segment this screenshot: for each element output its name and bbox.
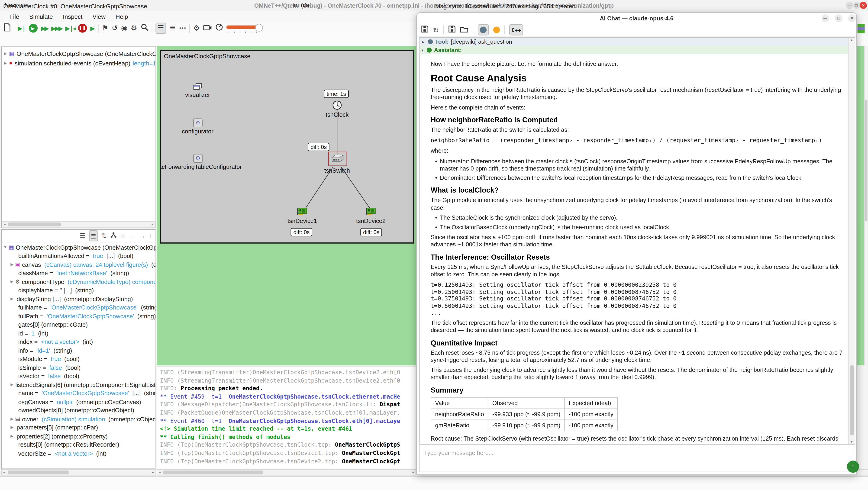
tree-view-icon[interactable]: [110, 231, 117, 241]
expand-right-icon[interactable]: ▶: [10, 262, 13, 267]
expand-right-icon[interactable]: ▶: [10, 382, 14, 387]
run-button-icon[interactable]: ▶: [29, 24, 37, 33]
reload-icon[interactable]: ↺: [112, 23, 118, 33]
tsn-device2-icon[interactable]: [366, 207, 377, 218]
debug-next-event-icon[interactable]: ▶⁚: [90, 25, 95, 32]
inspector-row[interactable]: isModule = true (bool): [2, 355, 155, 363]
scroll-left-icon[interactable]: ◂: [2, 222, 7, 227]
mac-forwarding-table-configurator-icon[interactable]: ⚙: [193, 154, 203, 163]
scroll-thumb[interactable]: [163, 470, 263, 474]
tree-row[interactable]: ▶▦OneMasterClockGptpShowcase (OneMasterC…: [2, 49, 155, 58]
tsn-clock-icon[interactable]: [332, 100, 342, 112]
inspector-row[interactable]: ▶listenedSignals[6] (omnetpp::cComponent…: [2, 380, 155, 389]
menu-item-inspect[interactable]: Inspect: [58, 13, 88, 20]
expand-right-icon[interactable]: ▶: [10, 417, 13, 421]
preferences-gear-icon[interactable]: ⚙: [193, 23, 200, 33]
configurator-module-icon[interactable]: ⚙: [193, 119, 203, 127]
inspector-row[interactable]: isVector = false (bool): [2, 372, 155, 380]
inspector-row[interactable]: builtinAnimationsAllowed = true [...] (b…: [2, 251, 155, 260]
inspector-row[interactable]: className = 'inet::NetworkBase' (string): [2, 269, 155, 277]
menu-item-simulate[interactable]: Simulate: [24, 13, 58, 20]
tool-message-row[interactable]: ▶ Tool: [deepwiki] ask_question: [420, 38, 848, 46]
canvas-vscroll-thumb[interactable]: [865, 99, 868, 221]
inspector-row[interactable]: ▶▣canvas (cCanvas) canvas: 24 toplevel f…: [2, 260, 155, 269]
step-button-icon[interactable]: ▶❘: [18, 25, 25, 32]
scroll-right-icon[interactable]: ▸: [151, 470, 155, 475]
menu-item-file[interactable]: File: [4, 13, 24, 20]
assistant-message-row[interactable]: ▼ Assistant:: [420, 46, 848, 54]
expand-right-icon[interactable]: ▶: [10, 279, 13, 284]
video-capture-icon[interactable]: [203, 23, 212, 33]
scroll-left-icon[interactable]: ◂: [2, 470, 6, 475]
inspector-row[interactable]: gates[0] (omnetpp::cGate): [2, 320, 155, 329]
taskbar-app-icon[interactable]: [858, 24, 865, 33]
new-document-icon[interactable]: [3, 23, 10, 33]
object-log-icon[interactable]: ≣: [169, 23, 176, 33]
open-folder-icon[interactable]: [460, 25, 468, 35]
expand-icon[interactable]: ▶: [4, 61, 7, 65]
tsn-device1-icon[interactable]: [297, 207, 308, 218]
expand-icon[interactable]: ▶: [4, 51, 7, 56]
inspector-row[interactable]: results[0] (omnetpp::cResultRecorder): [2, 440, 155, 449]
inspector-row[interactable]: ownedObjects[8] (omnetpp::cOwnedObject): [2, 406, 155, 415]
inspector-row[interactable]: index = <not a vector> (int): [2, 337, 155, 346]
menu-item-view[interactable]: View: [88, 13, 111, 20]
chat-maximize-button[interactable]: □: [835, 14, 842, 22]
inspector-row[interactable]: ▶displayString [...] (omnetpp::cDisplayS…: [2, 295, 155, 303]
inspector-row[interactable]: fullName = 'OneMasterClockGptpShowcase' …: [2, 303, 155, 312]
chat-vscrollbar[interactable]: ▲ ▼: [848, 38, 855, 444]
inspector-row[interactable]: vectorSize = <not a vector> (int): [2, 449, 155, 458]
chat-minimize-button[interactable]: —: [822, 14, 829, 22]
inspector-row[interactable]: isSimple = false (bool): [2, 363, 155, 372]
record-icon[interactable]: ◉: [121, 23, 127, 33]
inspector-row[interactable]: ▶▤owner (cSimulation) simulation (omnetp…: [2, 415, 155, 423]
menu-item-help[interactable]: Help: [111, 13, 133, 20]
stop-button-icon[interactable]: ❚❚: [78, 24, 87, 33]
tree-row[interactable]: ▶●simulation.scheduled-events (cEventHea…: [2, 58, 155, 68]
scroll-thumb[interactable]: [849, 365, 854, 435]
event-log-panel[interactable]: INFO (StreamingTransmitter)OneMasterCloc…: [157, 366, 416, 470]
inspector-row[interactable]: fullPath = 'OneMasterClockGptpShowcase' …: [2, 312, 155, 320]
cpp-mode-button[interactable]: C++: [509, 24, 523, 35]
chat-transcript[interactable]: ▶ Tool: [deepwiki] ask_question ▼ Assist…: [419, 37, 855, 445]
chat-input-area[interactable]: Type your message here... ↑: [419, 445, 854, 472]
scroll-up-icon[interactable]: ▲: [848, 38, 855, 41]
chat-close-button[interactable]: ✕: [848, 14, 856, 22]
main-maximize-button[interactable]: □: [853, 2, 860, 9]
up-icon[interactable]: ↑: [149, 232, 152, 240]
log-view-toggle[interactable]: ☰: [155, 23, 166, 34]
zoom-search-icon[interactable]: [141, 23, 148, 33]
back-icon[interactable]: ←: [129, 232, 136, 240]
collapse-down-icon[interactable]: ▼: [421, 49, 425, 52]
inspector-row[interactable]: osgCanvas = nullptr (omnetpp::cOsgCanvas…: [2, 397, 155, 406]
scroll-left-icon[interactable]: ◂: [157, 470, 162, 475]
scroll-right-icon[interactable]: ▸: [411, 470, 415, 475]
fast-run-icon[interactable]: ▶▶: [41, 25, 48, 32]
inspector-row[interactable]: id = 1 (int): [2, 329, 155, 337]
scroll-right-icon[interactable]: ▸: [150, 222, 155, 227]
expand-right-icon[interactable]: ▶: [10, 425, 15, 430]
scroll-down-icon[interactable]: ▼: [848, 440, 855, 443]
tsn-switch-icon[interactable]: [331, 154, 344, 165]
log-hscrollbar[interactable]: ◂ ▸: [157, 469, 416, 476]
save-icon[interactable]: [421, 25, 429, 35]
express-run-icon[interactable]: ▶▶▶: [51, 25, 62, 32]
send-button[interactable]: ↑: [847, 461, 859, 472]
inspector-row[interactable]: displayName = '' [...] (string): [2, 286, 155, 295]
sort-icon[interactable]: ⇅: [101, 232, 107, 240]
left-bottom-hscrollbar[interactable]: ◂ ▸: [1, 469, 156, 476]
inspector-row[interactable]: ▶⚙componentType (cDynamicModuleType) com…: [2, 277, 155, 286]
inspector-row[interactable]: name = 'OneMasterClockGptpShowcase' [...…: [2, 389, 155, 397]
debug-config-icon[interactable]: ⚙: [131, 23, 137, 33]
inspector-row[interactable]: info = 'id=1' (string): [2, 346, 155, 355]
save-as-icon[interactable]: [448, 25, 456, 35]
refresh-icon[interactable]: ↻: [433, 26, 439, 34]
run-until-icon[interactable]: ▶❘◂: [65, 25, 75, 32]
inspector-row[interactable]: ▶parameters[5] (omnetpp::cPar): [2, 423, 155, 432]
animation-speed-slider[interactable]: [226, 23, 263, 33]
grouped-list-toggle[interactable]: ≣: [89, 230, 98, 241]
more-options-icon[interactable]: ⋯: [179, 23, 186, 33]
grid-view-icon[interactable]: ⊞: [120, 232, 126, 240]
finish-flag-icon[interactable]: ⚑: [102, 23, 108, 33]
speedometer-icon[interactable]: [215, 23, 223, 33]
